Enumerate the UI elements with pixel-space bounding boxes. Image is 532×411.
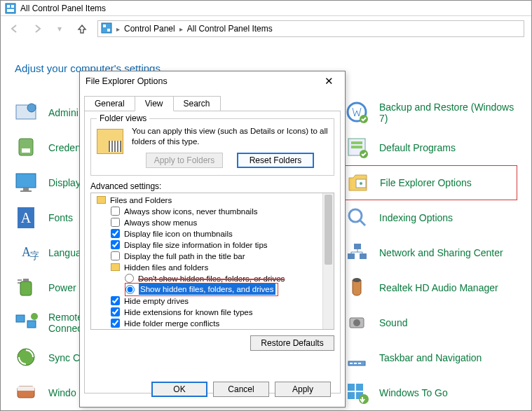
cp-item[interactable]: Network and Sharing Center <box>346 235 517 270</box>
close-button[interactable]: ✕ <box>318 75 339 88</box>
cp-item[interactable]: Realtek HD Audio Manager <box>346 270 517 305</box>
tree-checkbox-row[interactable]: Display the full path in the title bar <box>93 251 321 262</box>
svg-rect-2 <box>11 5 14 8</box>
scrollbar[interactable] <box>322 193 334 329</box>
folder-icon <box>111 263 120 271</box>
cp-item[interactable]: Windows To Go <box>346 375 517 410</box>
tree-checkbox-row[interactable]: Hide empty drives <box>93 295 321 307</box>
cp-item-icon <box>346 381 369 405</box>
tab-general[interactable]: General <box>84 96 135 111</box>
tree-folder[interactable]: Files and Folders <box>93 195 321 206</box>
cp-item-icon <box>346 101 369 125</box>
svg-rect-45 <box>354 363 357 364</box>
tab-strip: General View Search <box>84 95 341 111</box>
cp-item-label: Fonts <box>48 212 73 223</box>
folder-views-group: Folder views You can apply this view (su… <box>90 118 334 176</box>
checkbox[interactable] <box>111 218 120 227</box>
cp-item-icon <box>346 276 369 300</box>
cp-item-label: Backup and Restore (Windows 7) <box>379 102 517 124</box>
cp-item-icon <box>15 136 39 160</box>
svg-rect-44 <box>350 363 353 364</box>
chevron-right-icon[interactable]: ▸ <box>179 25 183 33</box>
cp-item[interactable]: Indexing Options <box>346 200 517 235</box>
tree-radio-row[interactable]: Show hidden files, folders, and drives <box>93 284 321 295</box>
recent-locations-button[interactable]: ▾ <box>53 22 67 36</box>
up-button[interactable] <box>75 22 89 36</box>
apply-button[interactable]: Apply <box>275 382 331 397</box>
tree-checkbox-row[interactable]: Display file icon on thumbnails <box>93 228 321 239</box>
checkbox[interactable] <box>111 307 120 316</box>
cp-item-icon: A <box>15 206 39 230</box>
apply-to-folders-button[interactable]: Apply to Folders <box>146 153 223 168</box>
tree-checkbox-row[interactable]: Always show icons, never thumbnails <box>93 206 321 217</box>
forward-button[interactable] <box>30 22 44 36</box>
svg-rect-11 <box>22 148 30 153</box>
svg-point-23 <box>31 313 38 320</box>
cp-item-label: Creden <box>48 142 81 153</box>
tree-label: Files and Folders <box>110 195 172 206</box>
svg-rect-46 <box>358 363 361 364</box>
cp-item-icon <box>15 311 39 335</box>
checkbox[interactable] <box>111 207 120 216</box>
cp-item[interactable]: Backup and Restore (Windows 7) <box>346 95 517 130</box>
cp-item[interactable]: Sound <box>346 305 517 340</box>
svg-point-24 <box>18 349 34 365</box>
svg-rect-37 <box>348 253 355 259</box>
reset-folders-button[interactable]: Reset Folders <box>237 153 314 168</box>
cp-item-label: Admini <box>48 107 79 118</box>
checkbox[interactable] <box>111 229 120 238</box>
cp-item-label: Windo <box>48 387 76 398</box>
svg-rect-13 <box>23 188 29 190</box>
tree-folder[interactable]: Hidden files and folders <box>93 262 321 273</box>
svg-point-42 <box>353 319 360 326</box>
breadcrumb-current[interactable]: All Control Panel Items <box>187 24 273 34</box>
scrollbar-thumb[interactable] <box>325 195 332 265</box>
svg-rect-12 <box>16 174 36 188</box>
checkbox[interactable] <box>111 251 120 260</box>
checkbox[interactable] <box>111 319 120 328</box>
back-button[interactable] <box>8 22 22 36</box>
checkbox[interactable] <box>111 296 120 305</box>
cp-item-icon <box>15 101 39 125</box>
svg-point-40 <box>353 278 361 282</box>
cp-item[interactable]: File Explorer Options <box>343 165 517 200</box>
cp-item[interactable]: Default Programs <box>346 130 517 165</box>
cp-item-icon <box>346 206 369 230</box>
chevron-right-icon[interactable]: ▸ <box>116 25 120 33</box>
folder-views-text: You can apply this view (such as Details… <box>132 126 328 147</box>
cp-item-label: Windows To Go <box>379 387 448 398</box>
cp-item[interactable]: Taskbar and Navigation <box>346 340 517 375</box>
cp-item-label: Sound <box>379 317 407 328</box>
cp-item-icon <box>346 346 369 370</box>
tree-checkbox-row[interactable]: Hide extensions for known file types <box>93 307 321 318</box>
tab-view[interactable]: View <box>135 96 174 111</box>
cancel-button[interactable]: Cancel <box>213 382 269 397</box>
tree-checkbox-row[interactable]: Display file size information in folder … <box>93 239 321 251</box>
svg-text:字: 字 <box>30 250 39 261</box>
svg-rect-5 <box>103 25 106 27</box>
svg-rect-49 <box>348 392 355 399</box>
radio[interactable] <box>125 285 135 294</box>
ok-button[interactable]: OK <box>151 382 207 397</box>
tree-checkbox-row[interactable]: Hide folder merge conflicts <box>93 318 321 328</box>
checkbox[interactable] <box>111 240 120 249</box>
cp-item-label: Default Programs <box>379 142 456 153</box>
restore-defaults-button[interactable]: Restore Defaults <box>250 335 334 351</box>
svg-rect-31 <box>351 146 362 148</box>
cp-item-icon <box>346 136 369 160</box>
svg-point-8 <box>27 104 36 112</box>
dialog-title: File Explorer Options <box>86 76 168 86</box>
cp-item-label: Langua <box>48 247 81 258</box>
advanced-settings-tree[interactable]: Files and FoldersAlways show icons, neve… <box>90 193 334 330</box>
tab-search[interactable]: Search <box>173 96 221 111</box>
svg-rect-14 <box>20 190 32 192</box>
dialog-footer: OK Cancel Apply <box>151 382 331 397</box>
tree-checkbox-row[interactable]: Always show menus <box>93 217 321 228</box>
folder-icon <box>97 196 106 204</box>
breadcrumb-root[interactable]: Control Panel <box>124 24 175 34</box>
tree-label: Display the full path in the title bar <box>124 251 245 262</box>
radio[interactable] <box>125 274 134 283</box>
address-bar-cp-icon <box>101 22 112 36</box>
svg-rect-21 <box>16 315 25 322</box>
address-bar[interactable]: ▸ Control Panel ▸ All Control Panel Item… <box>97 20 524 37</box>
